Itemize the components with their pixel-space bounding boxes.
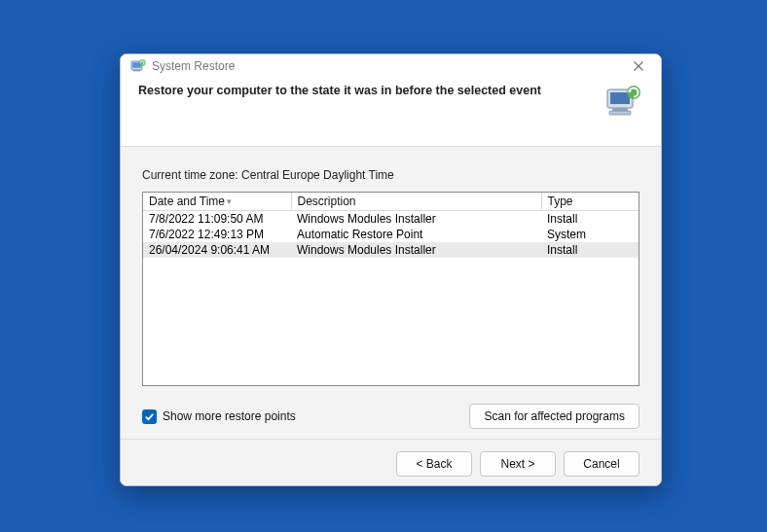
timezone-label: Current time zone: Central Europe Daylig…: [142, 168, 639, 182]
close-icon: [633, 60, 644, 72]
svg-point-3: [139, 59, 145, 65]
cell-type: Install: [541, 242, 639, 258]
column-header-type[interactable]: Type: [541, 193, 639, 211]
page-heading: Restore your computer to the state it wa…: [138, 84, 595, 97]
cell-date: 7/8/2022 11:09:50 AM: [143, 211, 291, 228]
restore-computer-icon: [604, 84, 643, 119]
wizard-content: Current time zone: Central Europe Daylig…: [121, 147, 661, 439]
cell-date: 7/6/2022 12:49:13 PM: [143, 227, 291, 242]
column-label: Description: [298, 195, 356, 208]
system-restore-window: System Restore Restore your computer to …: [120, 53, 662, 486]
next-button[interactable]: Next >: [480, 451, 556, 477]
sort-descending-icon: ▾: [227, 196, 232, 206]
show-more-label: Show more restore points: [163, 409, 296, 423]
cell-type: Install: [541, 211, 639, 228]
restore-points-table[interactable]: Date and Time▾ Description Type 7/8/2022…: [142, 192, 639, 386]
wizard-footer: < Back Next > Cancel: [121, 439, 661, 486]
below-table-controls: Show more restore points Scan for affect…: [142, 404, 639, 429]
column-label: Date and Time: [149, 195, 225, 208]
back-button[interactable]: < Back: [396, 451, 472, 477]
cell-description: Windows Modules Installer: [291, 242, 541, 258]
column-label: Type: [548, 195, 573, 208]
table-row[interactable]: 7/6/2022 12:49:13 PMAutomatic Restore Po…: [143, 227, 639, 242]
table-row[interactable]: 26/04/2024 9:06:41 AMWindows Modules Ins…: [143, 242, 639, 258]
svg-rect-2: [133, 70, 140, 71]
close-button[interactable]: [624, 54, 653, 78]
cell-type: System: [541, 227, 639, 242]
show-more-checkbox-wrap[interactable]: Show more restore points: [142, 409, 296, 424]
wizard-header: Restore your computer to the state it wa…: [121, 78, 661, 147]
column-header-description[interactable]: Description: [291, 193, 541, 211]
cell-description: Automatic Restore Point: [291, 227, 541, 242]
titlebar: System Restore: [121, 54, 661, 78]
window-title: System Restore: [152, 59, 624, 73]
cell-description: Windows Modules Installer: [291, 211, 541, 228]
svg-rect-7: [610, 92, 630, 104]
table-row[interactable]: 7/8/2022 11:09:50 AMWindows Modules Inst…: [143, 211, 639, 228]
column-header-date[interactable]: Date and Time▾: [143, 193, 291, 211]
system-restore-icon: [130, 58, 146, 74]
checkmark-icon: [144, 411, 155, 422]
table-header-row: Date and Time▾ Description Type: [143, 193, 639, 211]
cancel-button[interactable]: Cancel: [564, 451, 639, 477]
svg-rect-8: [612, 108, 628, 111]
cell-date: 26/04/2024 9:06:41 AM: [143, 242, 291, 258]
svg-rect-9: [609, 111, 631, 115]
scan-affected-button[interactable]: Scan for affected programs: [469, 404, 639, 429]
show-more-checkbox[interactable]: [142, 409, 157, 424]
